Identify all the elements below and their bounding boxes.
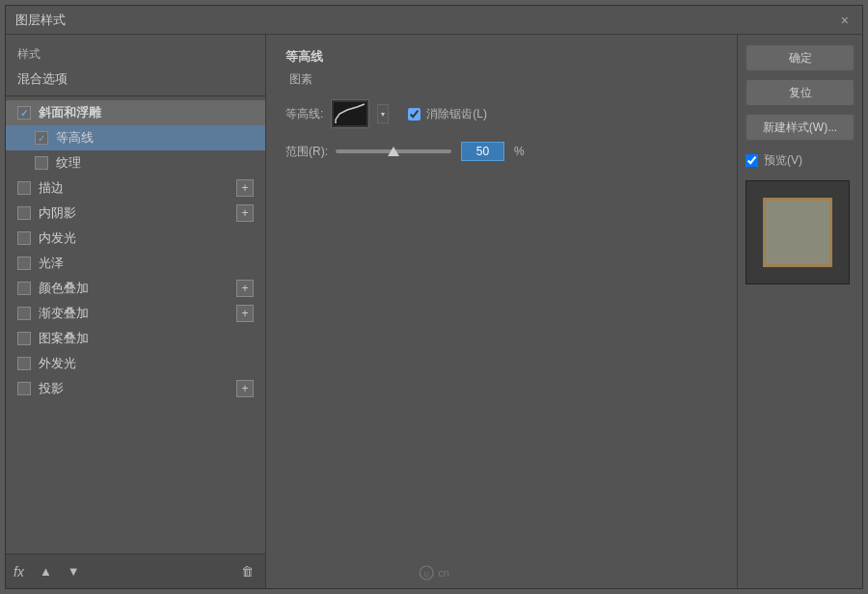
inner-shadow-plus-btn[interactable]: +: [236, 204, 254, 222]
color-overlay-plus-btn[interactable]: +: [236, 280, 254, 297]
range-slider[interactable]: [336, 149, 451, 153]
middle-panel: 等高线 图素 等高线: ▾ 消除锯齿(L) 范围(R):: [266, 35, 737, 588]
move-up-button[interactable]: ▲: [36, 562, 56, 580]
divider-1: [6, 95, 265, 96]
sub-section-title: 图素: [285, 71, 718, 88]
sidebar-item-outer-glow[interactable]: 外发光: [6, 351, 265, 376]
preview-square: [763, 198, 832, 267]
bevel-checkbox[interactable]: [17, 106, 31, 120]
contour-curve-svg: [334, 102, 366, 125]
preview-canvas: [746, 180, 850, 284]
sidebar-item-bevel[interactable]: 斜面和浮雕: [6, 100, 265, 125]
left-panel-footer: fx ▲ ▼ 🗑: [6, 554, 265, 588]
contour-label: 等高线: [56, 129, 254, 147]
sidebar-item-satin[interactable]: 光泽: [6, 251, 265, 276]
sidebar-item-drop-shadow[interactable]: 投影 +: [6, 376, 265, 401]
close-button[interactable]: ×: [837, 12, 853, 29]
title-bar: 图层样式 ×: [6, 6, 862, 35]
right-panel: 确定 复位 新建样式(W)... 预览(V): [737, 35, 862, 588]
preview-label[interactable]: 预览(V): [764, 152, 802, 169]
antialias-row: 消除锯齿(L): [408, 106, 487, 122]
drop-shadow-plus-btn[interactable]: +: [236, 380, 254, 397]
contour-row: 等高线: ▾ 消除锯齿(L): [285, 99, 718, 128]
ok-button[interactable]: 确定: [746, 44, 854, 71]
outer-glow-label: 外发光: [39, 355, 254, 372]
bevel-label: 斜面和浮雕: [39, 104, 254, 122]
drop-shadow-label: 投影: [39, 380, 236, 397]
dialog-body: 样式 混合选项 斜面和浮雕 等高线 纹理: [6, 35, 862, 588]
stroke-plus-btn[interactable]: +: [236, 179, 254, 197]
antialias-checkbox[interactable]: [408, 108, 420, 121]
contour-preview[interactable]: [331, 99, 369, 128]
mixed-options-label: 混合选项: [17, 70, 254, 88]
gradient-overlay-label: 渐变叠加: [39, 305, 236, 322]
sidebar-item-inner-shadow[interactable]: 内阴影 +: [6, 201, 265, 226]
inner-glow-checkbox[interactable]: [17, 231, 31, 245]
watermark-icon: U: [419, 565, 434, 580]
preview-check-row: 预览(V): [746, 152, 854, 169]
preview-checkbox[interactable]: [746, 154, 758, 167]
sidebar-item-contour[interactable]: 等高线: [6, 125, 265, 150]
stroke-label: 描边: [39, 179, 236, 197]
color-overlay-checkbox[interactable]: [17, 282, 31, 295]
inner-glow-label: 内发光: [39, 230, 254, 247]
sidebar-item-stroke[interactable]: 描边 +: [6, 176, 265, 201]
stroke-checkbox[interactable]: [17, 181, 31, 195]
range-field-label: 范围(R):: [285, 144, 328, 160]
pattern-overlay-label: 图案叠加: [39, 330, 254, 347]
texture-checkbox[interactable]: [35, 156, 48, 170]
delete-button[interactable]: 🗑: [237, 562, 258, 580]
sidebar-item-texture[interactable]: 纹理: [6, 150, 265, 176]
styles-section-label: 样式: [6, 42, 265, 67]
texture-label: 纹理: [56, 154, 254, 172]
gradient-overlay-plus-btn[interactable]: +: [236, 305, 254, 322]
watermark: U cn: [419, 565, 449, 580]
range-row: 范围(R): %: [285, 142, 718, 161]
left-panel-content: 样式 混合选项 斜面和浮雕 等高线 纹理: [6, 35, 265, 554]
sidebar-item-inner-glow[interactable]: 内发光: [6, 226, 265, 251]
pattern-overlay-checkbox[interactable]: [17, 332, 31, 345]
svg-text:U: U: [424, 571, 429, 578]
contour-dropdown-arrow[interactable]: ▾: [377, 104, 389, 123]
left-panel: 样式 混合选项 斜面和浮雕 等高线 纹理: [6, 35, 266, 588]
satin-checkbox[interactable]: [17, 256, 31, 270]
watermark-text: cn: [438, 567, 449, 579]
inner-shadow-label: 内阴影: [39, 204, 236, 222]
new-style-button[interactable]: 新建样式(W)...: [746, 114, 854, 141]
antialias-label[interactable]: 消除锯齿(L): [426, 106, 487, 122]
dialog-title: 图层样式: [15, 12, 66, 29]
move-down-button[interactable]: ▼: [64, 562, 84, 580]
layer-style-dialog: 图层样式 × 样式 混合选项 斜面和浮雕 等高线: [5, 5, 863, 589]
outer-glow-checkbox[interactable]: [17, 357, 31, 370]
reset-button[interactable]: 复位: [746, 79, 854, 106]
satin-label: 光泽: [39, 255, 254, 272]
section-title: 等高线: [285, 48, 718, 66]
inner-shadow-checkbox[interactable]: [17, 206, 31, 220]
color-overlay-label: 颜色叠加: [39, 280, 236, 297]
range-number-input[interactable]: [461, 142, 504, 161]
drop-shadow-checkbox[interactable]: [17, 382, 31, 395]
mixed-options-item[interactable]: 混合选项: [6, 67, 265, 92]
sidebar-item-color-overlay[interactable]: 颜色叠加 +: [6, 276, 265, 301]
range-controls: %: [336, 142, 525, 161]
percent-label: %: [514, 145, 525, 158]
sidebar-item-pattern-overlay[interactable]: 图案叠加: [6, 326, 265, 351]
gradient-overlay-checkbox[interactable]: [17, 307, 31, 320]
contour-checkbox[interactable]: [35, 131, 48, 145]
sidebar-item-gradient-overlay[interactable]: 渐变叠加 +: [6, 301, 265, 326]
contour-field-label: 等高线:: [285, 106, 323, 122]
fx-label: fx: [14, 564, 24, 580]
